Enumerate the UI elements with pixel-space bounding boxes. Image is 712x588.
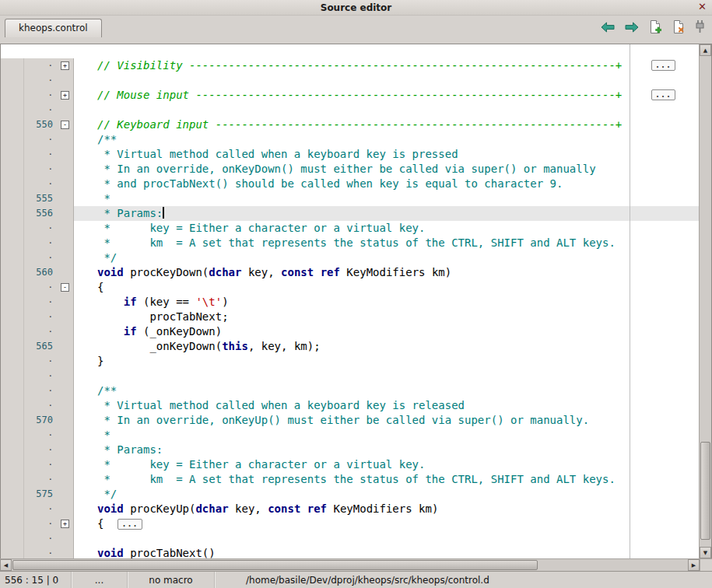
horizontal-scrollbar-thumb[interactable]	[12, 560, 538, 570]
close-document-icon[interactable]	[672, 20, 686, 33]
code-token: void	[97, 266, 124, 278]
go-back-icon[interactable]	[601, 22, 615, 33]
code-line[interactable]: * key = Either a character or a virtual …	[74, 221, 699, 236]
code-line[interactable]: * km = A set that represents the status …	[74, 472, 699, 487]
fold-toggle-icon[interactable]: +	[57, 58, 74, 73]
fold-column	[57, 295, 74, 310]
scrollbar-corner	[700, 558, 712, 571]
code-editor[interactable]: ·+// Visibility ------------------------…	[1, 44, 699, 558]
code-line[interactable]: procTabNext;	[74, 310, 699, 324]
fold-toggle-icon[interactable]: +	[57, 88, 74, 103]
fold-column	[57, 413, 74, 428]
detach-editor-icon[interactable]	[696, 20, 704, 33]
code-line[interactable]: void procTabNext()	[74, 546, 699, 558]
titlebar[interactable]: Source editor ✕	[0, 0, 712, 16]
code-line[interactable]: * key = Either a character or a virtual …	[74, 457, 699, 472]
code-line[interactable]: * In an override, onKeyUp() must either …	[74, 413, 699, 428]
code-line[interactable]	[74, 73, 699, 88]
code-line[interactable]: * km = A set that represents the status …	[74, 236, 699, 250]
horizontal-scrollbar[interactable]: ◀ ▶	[0, 558, 700, 571]
code-token: if	[124, 325, 137, 338]
code-line[interactable]: */	[74, 250, 699, 265]
line-number: 575	[1, 487, 57, 502]
close-icon[interactable]: ✕	[698, 1, 707, 12]
code-token: procKeyDown(	[124, 266, 209, 278]
code-token: , key, km);	[248, 340, 321, 352]
fold-column	[57, 383, 74, 398]
editor-row: · * key = Either a character or a virtua…	[1, 221, 699, 236]
code-line[interactable]: // Mouse input -------------------------…	[74, 88, 699, 103]
code-token: procTabNext()	[124, 547, 216, 558]
line-number: ·	[1, 531, 57, 546]
fold-ellipsis[interactable]: ...	[651, 60, 675, 71]
add-document-icon[interactable]	[649, 20, 662, 33]
code-token: * km = A set that represents the status …	[97, 236, 616, 249]
go-forward-icon[interactable]	[625, 22, 639, 33]
line-number: ·	[1, 221, 57, 236]
code-token: * key = Either a character or a virtual …	[97, 222, 425, 234]
code-line[interactable]: // Visibility --------------------------…	[74, 58, 699, 73]
code-line[interactable]: * In an override, onKeyDown() must eithe…	[74, 162, 699, 177]
caret-position: 556 : 15 | 0	[0, 572, 72, 588]
code-line[interactable]: *	[74, 428, 699, 443]
code-line[interactable]: * Params:	[74, 206, 699, 221]
line-number: ·	[1, 58, 57, 73]
code-line[interactable]: if (_onKeyDown)	[74, 324, 699, 339]
code-line[interactable]: _onKeyDown(this, key, km);	[74, 339, 699, 354]
line-number: ·	[1, 162, 57, 177]
vertical-scrollbar-thumb[interactable]	[700, 442, 710, 540]
code-token: KeyModifiers km)	[340, 266, 451, 278]
line-number: ·	[1, 457, 57, 472]
fold-toggle-icon[interactable]: +	[57, 516, 74, 531]
code-line[interactable]: {	[74, 280, 699, 295]
scroll-down-icon[interactable]: ▼	[700, 547, 711, 558]
fold-column	[57, 324, 74, 339]
scroll-left-icon[interactable]: ◀	[0, 559, 12, 571]
line-number: ·	[1, 516, 57, 531]
code-token: * Params:	[97, 443, 163, 456]
editor-row: ·void procTabNext()	[1, 546, 699, 558]
editor-row: 560void procKeyDown(dchar key, const ref…	[1, 265, 699, 280]
code-token: * Virtual method called when a keyboard …	[97, 148, 458, 160]
code-line[interactable]: {...	[74, 516, 699, 531]
fold-toggle-icon[interactable]: -	[57, 280, 74, 295]
editor-row: · procTabNext;	[1, 310, 699, 324]
code-line[interactable]	[74, 531, 699, 546]
fold-column	[57, 428, 74, 443]
code-line[interactable]: * Virtual method called when a keyboard …	[74, 147, 699, 162]
editor-row: ·	[1, 369, 699, 383]
code-line[interactable]	[74, 369, 699, 383]
vertical-scrollbar[interactable]: ▲ ▼	[699, 44, 711, 558]
code-line[interactable]: */	[74, 487, 699, 502]
code-line[interactable]: }	[74, 354, 699, 369]
code-line[interactable]: void procKeyUp(dchar key, const ref KeyM…	[74, 502, 699, 516]
code-line[interactable]: /**	[74, 132, 699, 147]
line-number: ·	[1, 103, 57, 117]
code-line[interactable]: * Virtual method called when a keyboard …	[74, 398, 699, 413]
source-editor-window: Source editor ✕ kheops.control	[0, 0, 712, 588]
fold-ellipsis[interactable]: ...	[651, 89, 675, 100]
code-token: const	[268, 502, 300, 515]
fold-ellipsis[interactable]: ...	[117, 519, 142, 530]
code-line[interactable]: * Params:	[74, 443, 699, 457]
scroll-up-icon[interactable]: ▲	[700, 44, 711, 56]
code-line[interactable]: * and procTabNext() should be called whe…	[74, 177, 699, 191]
line-number: ·	[1, 383, 57, 398]
editor-row: ·+// Visibility ------------------------…	[1, 58, 699, 73]
horizontal-scrollbar-row: ◀ ▶	[0, 558, 712, 571]
code-line[interactable]	[74, 103, 699, 117]
code-line[interactable]: // Keyboard input ----------------------…	[74, 117, 699, 132]
code-token: dchar	[209, 266, 241, 278]
code-line[interactable]: void procKeyDown(dchar key, const ref Ke…	[74, 265, 699, 280]
code-line[interactable]: /**	[74, 383, 699, 398]
editor-row: · * and procTabNext() should be called w…	[1, 177, 699, 191]
line-number: ·	[1, 502, 57, 516]
scroll-right-icon[interactable]: ▶	[688, 559, 700, 571]
code-line[interactable]: if (key == '\t')	[74, 295, 699, 310]
macro-status: no macro	[128, 572, 215, 588]
code-token: * key = Either a character or a virtual …	[97, 458, 425, 471]
code-token: ref	[307, 502, 327, 515]
tab-kheops-control[interactable]: kheops.control	[5, 19, 102, 37]
fold-toggle-icon[interactable]: -	[57, 117, 74, 132]
code-line[interactable]: *	[74, 191, 699, 206]
